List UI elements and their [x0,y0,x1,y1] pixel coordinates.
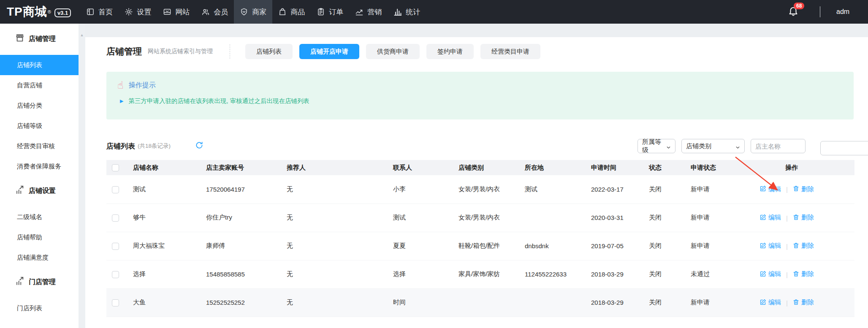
edit-button[interactable]: 编辑 [760,242,781,250]
refresh-button[interactable] [195,141,203,151]
nav-item-marketing[interactable]: 营销 [349,0,388,24]
owner-name-input[interactable] [751,139,806,153]
select-all-cell [106,160,133,175]
column-header: 推荐人 [287,160,393,175]
column-header: 店铺名称 [133,160,206,175]
nav-item-stats[interactable]: 统计 [388,0,426,24]
cell-contact: 选择 [393,260,458,288]
cell-location: 112455222633 [525,260,591,288]
sidebar-item[interactable]: 经营类目审核 [0,136,79,156]
nav-item-site[interactable]: 网站 [157,0,195,24]
cell-referrer: 无 [287,288,393,317]
page-header: 店铺管理 网站系统店铺索引与管理 店铺列表店铺开店申请供货商申请签约申请经营类目… [106,44,868,59]
scroll-up-arrow-icon[interactable]: ▲ [79,33,85,37]
chart-arrow-icon [15,185,24,196]
category-select[interactable]: 店铺类别 [681,139,745,153]
delete-button[interactable]: 删除 [793,242,814,250]
nav-item-home[interactable]: 首页 [80,0,119,24]
edit-icon [760,185,766,193]
nav-item-merchants[interactable]: 商家 [234,0,272,24]
sidebar-group-title[interactable]: 店铺管理 [0,30,79,48]
trash-icon [793,271,799,278]
edit-button[interactable]: 编辑 [760,185,781,193]
sidebar-item[interactable]: 二级域名 [0,207,79,227]
edit-button[interactable]: 编辑 [760,270,781,278]
registered-mark: ® [48,9,51,14]
cell-actions: 编辑|删除 [760,288,823,317]
cell-location: dnbsdnk [525,232,591,260]
tab[interactable]: 签约申请 [426,44,474,59]
nav-item-members[interactable]: 会员 [195,0,234,24]
sidebar-item[interactable]: 店铺列表 [0,55,79,75]
sidebar-item[interactable]: 店铺等级 [0,116,79,136]
notification-bell-button[interactable]: 68 [788,5,800,18]
row-checkbox[interactable] [112,214,119,222]
sidebar-scrollbar[interactable]: ▲ [79,24,85,328]
sidebar-item[interactable]: 店铺满意度 [0,247,79,268]
sidebar-group-title[interactable]: 店铺设置 [0,182,79,200]
column-header: 店主卖家账号 [206,160,287,175]
cell-shop-name: 测试 [133,175,206,203]
edit-icon [760,271,766,278]
cell-date: 2018-03-29 [591,260,649,288]
sidebar-item[interactable]: 店铺帮助 [0,227,79,247]
row-checkbox[interactable] [112,271,119,278]
partial-input[interactable] [820,141,868,155]
nav-item-goods[interactable]: 商品 [272,0,311,24]
cell-select [106,260,133,288]
nav-item-label: 商品 [290,7,305,17]
sidebar-group-title[interactable]: 门店管理 [0,273,79,291]
cell-referrer: 无 [287,232,393,260]
chevron-down-icon [666,144,671,149]
delete-button[interactable]: 删除 [793,298,814,306]
tab[interactable]: 经营类目申请 [480,44,540,59]
edit-icon [760,299,766,306]
tabs: 店铺列表店铺开店申请供货商申请签约申请经营类目申请 [245,44,540,59]
sidebar-item[interactable]: 消费者保障服务 [0,156,79,176]
cell-apply-status: 新申请 [691,203,760,232]
cell-select [106,232,133,260]
cell-actions: 编辑|删除 [760,260,823,288]
tab[interactable]: 店铺列表 [245,44,293,59]
sidebar-item[interactable]: 店铺分类 [0,95,79,116]
delete-button[interactable]: 删除 [793,185,814,193]
sidebar-item[interactable]: 门店列表 [0,298,79,318]
delete-button[interactable]: 删除 [793,270,814,278]
edit-button[interactable]: 编辑 [760,298,781,306]
notice-header: ☝ 操作提示 [117,80,843,90]
user-menu[interactable]: adm [836,8,849,16]
cell-referrer: 无 [287,203,393,232]
nav-item-settings[interactable]: 设置 [119,0,157,24]
cell-account: 你住户try [206,203,287,232]
barchart-icon [393,8,402,16]
select-all-checkbox[interactable] [112,164,119,171]
row-checkbox[interactable] [112,243,119,250]
cell-select [106,175,133,203]
delete-button[interactable]: 删除 [793,214,814,222]
cell-account: 15485858585 [206,260,287,288]
home-icon [86,8,95,16]
cell-filler [823,260,854,288]
table-row: 选择15485858585无选择家具/家饰/家纺1124552226332018… [106,260,854,288]
nav-item-orders[interactable]: 订单 [311,0,349,24]
sidebar-group-label: 店铺设置 [29,187,56,195]
cell-actions: 编辑|删除 [760,175,823,203]
cell-contact: 测试 [393,203,458,232]
action-separator: | [786,214,788,222]
app-logo-text: TP商城 [7,6,47,18]
edit-icon [760,214,766,222]
tab[interactable]: 店铺开店申请 [299,44,359,59]
cell-account: 17520064197 [206,175,287,203]
row-checkbox[interactable] [112,299,119,306]
caret-right-icon: ▶ [120,98,123,104]
tab[interactable]: 供货商申请 [366,44,420,59]
sidebar-item[interactable]: 自营店铺 [0,75,79,95]
list-title: 店铺列表 [106,141,135,151]
cell-date: 2018-03-29 [591,288,649,317]
edit-button[interactable]: 编辑 [760,214,781,222]
row-checkbox[interactable] [112,186,119,193]
level-select[interactable]: 所属等级 [637,139,675,153]
cell-category [458,288,525,317]
nav-item-label: 订单 [329,7,343,17]
column-header: 状态 [649,160,691,175]
